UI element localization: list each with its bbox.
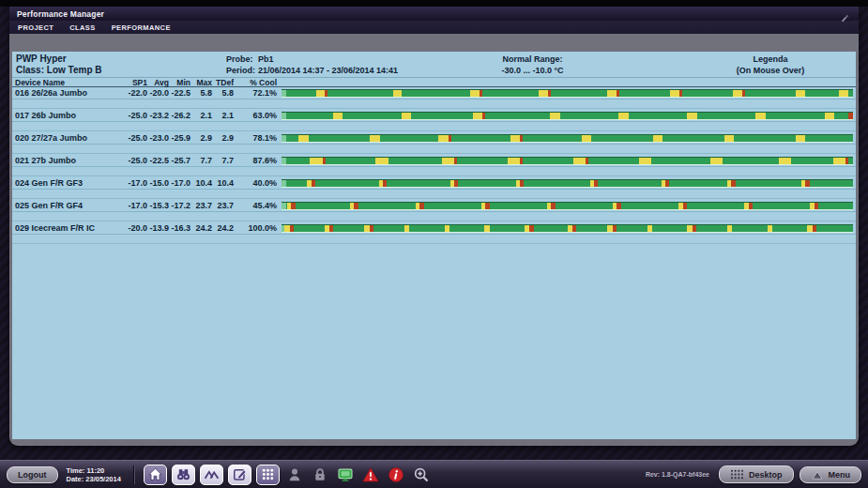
performance-bar[interactable] — [282, 224, 853, 233]
max-value: 5.8 — [190, 88, 212, 98]
defrost-mark — [402, 113, 411, 119]
menu-button[interactable]: Menu — [799, 466, 862, 483]
project-name: PWP Hyper — [16, 53, 102, 65]
menu-project[interactable]: PROJECT — [18, 23, 53, 32]
sp1-value: -25.0 — [126, 111, 147, 120]
performance-bar[interactable] — [282, 157, 853, 165]
performance-bar[interactable] — [282, 134, 853, 143]
normal-range-block: Normal Range: -30.0 ... -10.0 °C — [460, 53, 605, 76]
performance-bar[interactable] — [282, 112, 853, 120]
alarm-mark — [454, 180, 458, 187]
info-icon[interactable] — [386, 465, 406, 485]
menu-button-label: Menu — [829, 470, 851, 480]
alarm-mark — [548, 90, 551, 97]
alarm-mark — [815, 203, 818, 209]
avg-value: -20.0 — [147, 88, 169, 98]
user-icon[interactable] — [284, 465, 305, 485]
menu-performance[interactable]: PERFORMANCE — [112, 23, 171, 32]
report-header: PWP Hyper Class: Low Temp B Probe:Pb1 Pe… — [12, 52, 856, 78]
class-name: Class: Low Temp B — [16, 65, 102, 76]
defrost-mark — [404, 225, 409, 232]
device-row[interactable]: 017 26b Jumbo -25.0 -23.2 -26.2 2.1 2.1 … — [12, 110, 856, 122]
performance-bar[interactable] — [282, 179, 853, 188]
performance-manager-window: Performance Manager PROJECT CLASS PERFOR… — [9, 7, 859, 446]
defrost-mark — [724, 135, 734, 142]
desktop-button[interactable]: Desktop — [719, 465, 794, 483]
device-row[interactable]: 020 27/27a Jumbo -25.0 -23.0 -25.9 2.9 2… — [12, 132, 856, 145]
row-spacer — [12, 235, 856, 244]
alarm-mark — [312, 180, 315, 187]
alarm-mark — [449, 135, 451, 142]
chart-icon[interactable] — [200, 465, 223, 485]
alarm-mark — [679, 90, 682, 97]
binoculars-icon[interactable] — [172, 465, 195, 485]
alarm-mark — [683, 203, 687, 209]
alarm-mark — [848, 113, 853, 119]
date-label: Date: 23/05/2014 — [67, 475, 121, 483]
defrost-mark — [768, 225, 772, 232]
monitor-icon[interactable] — [335, 465, 356, 485]
table-row: 016 26/26a Jumbo -22.0 -20.0 -22.5 5.8 5… — [12, 87, 856, 110]
device-name: 016 26/26a Jumbo — [15, 88, 126, 98]
warning-icon[interactable] — [360, 465, 381, 485]
window-title: Performance Manager — [17, 9, 104, 19]
sp1-value: -17.0 — [126, 201, 147, 210]
performance-bar[interactable] — [282, 202, 853, 210]
alarm-mark — [845, 158, 848, 164]
table-row: 025 Gen F/R GF4 -17.0 -15.3 -17.2 23.7 2… — [12, 200, 856, 222]
device-row[interactable]: 029 Icecream F/R IC -20.0 -13.9 -16.3 24… — [12, 222, 856, 235]
cool-percent: 78.1% — [234, 133, 277, 143]
table-row: 021 27b Jumbo -25.0 -22.5 -25.7 7.7 7.7 … — [12, 155, 856, 177]
defrost-mark — [393, 90, 403, 97]
alarm-mark — [354, 203, 358, 209]
project-class-block: PWP Hyper Class: Low Temp B — [16, 53, 102, 76]
normal-range-label: Normal Range: — [460, 53, 605, 65]
max-value: 23.7 — [190, 201, 212, 210]
performance-bar[interactable] — [282, 89, 853, 98]
legend-block[interactable]: Legenda (On Mouse Over) — [695, 53, 845, 76]
cool-percent: 87.6% — [234, 156, 277, 165]
device-row[interactable]: 016 26/26a Jumbo -22.0 -20.0 -22.5 5.8 5… — [12, 87, 856, 99]
alarm-mark — [572, 225, 576, 232]
alarm-mark — [520, 158, 523, 164]
row-spacer — [12, 145, 856, 154]
content-area: PWP Hyper Class: Low Temp B Probe:Pb1 Pe… — [12, 52, 856, 439]
tdef-value: 2.1 — [212, 111, 234, 120]
legend-subtitle: (On Mouse Over) — [695, 65, 845, 76]
sp1-value: -22.0 — [126, 88, 147, 98]
device-row[interactable]: 024 Gen F/R GF3 -17.0 -15.0 -17.0 10.4 1… — [12, 177, 856, 190]
min-value: -25.9 — [169, 133, 190, 143]
tdef-value: 24.2 — [212, 223, 234, 233]
menu-triangle-icon — [811, 470, 824, 480]
alarm-mark — [454, 158, 457, 164]
logout-button[interactable]: Logout — [7, 466, 58, 483]
device-row[interactable]: 021 27b Jumbo -25.0 -22.5 -25.7 7.7 7.7 … — [12, 155, 856, 167]
device-row[interactable]: 025 Gen F/R GF4 -17.0 -15.3 -17.2 23.7 2… — [12, 200, 856, 212]
zoom-icon[interactable] — [411, 465, 432, 485]
min-value: -22.5 — [169, 88, 190, 98]
defrost-mark — [510, 135, 520, 142]
edit-icon[interactable] — [228, 465, 251, 485]
defrost-mark — [653, 135, 662, 142]
home-icon[interactable] — [144, 465, 167, 485]
defrost-mark — [733, 90, 742, 97]
alarm-mark — [370, 225, 373, 232]
defrost-mark — [573, 158, 586, 164]
tdef-value: 7.7 — [212, 156, 234, 165]
sp1-value: -17.0 — [126, 178, 147, 188]
taskbar-divider — [133, 465, 135, 484]
menu-class[interactable]: CLASS — [69, 23, 95, 32]
row-spacer — [12, 122, 856, 131]
defrost-mark — [727, 225, 732, 232]
defrost-mark — [470, 90, 480, 97]
period-value: 21/06/2014 14:37 - 23/06/2014 14:41 — [258, 66, 398, 75]
min-value: -17.0 — [169, 178, 190, 188]
lock-icon[interactable] — [310, 465, 330, 485]
min-value: -26.2 — [169, 111, 190, 120]
max-value: 10.4 — [190, 178, 212, 188]
grid-icon[interactable] — [256, 465, 280, 485]
titlebar-pencil-icon[interactable] — [840, 9, 849, 19]
alarm-mark — [731, 180, 735, 187]
max-value: 7.7 — [190, 156, 212, 165]
period-label: Period: — [226, 65, 258, 76]
